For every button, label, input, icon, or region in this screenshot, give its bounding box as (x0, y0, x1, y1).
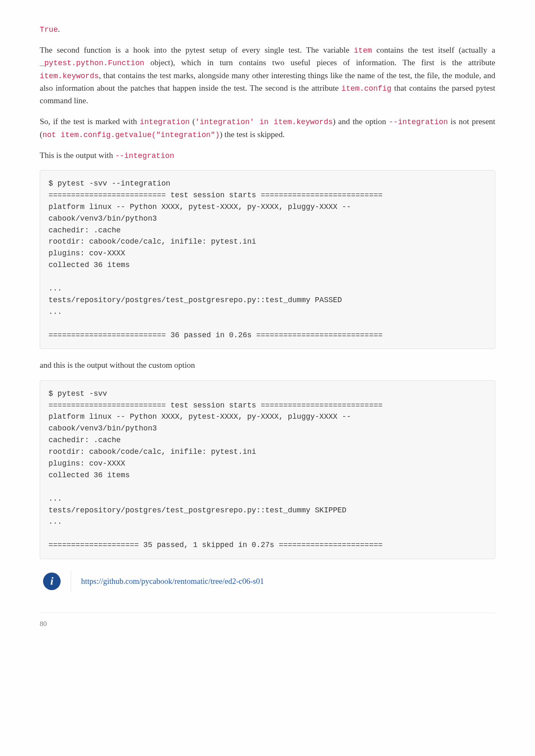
paragraph-0: True. (40, 23, 495, 36)
code-integration-flag: --integration (115, 152, 174, 160)
paragraph-3: This is the output with --integration (40, 149, 495, 162)
paragraph-4: and this is the output without the custo… (40, 359, 495, 372)
code-integration: integration (140, 118, 190, 126)
text: object), which in turn contains two usef… (144, 58, 495, 67)
code-true: True (40, 25, 58, 34)
info-callout: i https://github.com/pycabook/rentomatic… (40, 571, 495, 592)
text: This is the output with (40, 151, 115, 160)
footer-divider (40, 613, 495, 613)
info-icon: i (43, 573, 61, 590)
code-pytest-function: _pytest.python.Function (40, 59, 144, 67)
code-item-config: item.config (341, 84, 392, 93)
code-integration-flag: --integration (389, 118, 448, 126)
code-integration-keywords: 'integration' in item.keywords (195, 118, 333, 126)
paragraph-2: So, if the test is marked with integrati… (40, 115, 495, 140)
text: ) and the option (333, 117, 389, 126)
text: The second function is a hook into the p… (40, 46, 354, 54)
info-icon-glyph: i (50, 575, 53, 588)
github-link[interactable]: https://github.com/pycabook/rentomatic/t… (81, 577, 264, 586)
text: ( (190, 117, 195, 126)
text: contains the test itself (actually a (372, 46, 495, 54)
code-block-with-integration: $ pytest -svv --integration ============… (40, 170, 495, 349)
text: ) the test is skipped. (220, 130, 285, 139)
code-block-without-integration: $ pytest -svv ==========================… (40, 380, 495, 559)
text: So, if the test is marked with (40, 117, 140, 126)
code-item: item (354, 46, 372, 55)
code-not-getvalue: not item.config.getvalue("integration") (43, 131, 220, 139)
info-divider (71, 571, 71, 592)
page-number: 80 (40, 620, 495, 628)
text-tail: . (58, 25, 60, 33)
paragraph-1: The second function is a hook into the p… (40, 44, 495, 107)
code-item-keywords: item.keywords (40, 72, 99, 80)
